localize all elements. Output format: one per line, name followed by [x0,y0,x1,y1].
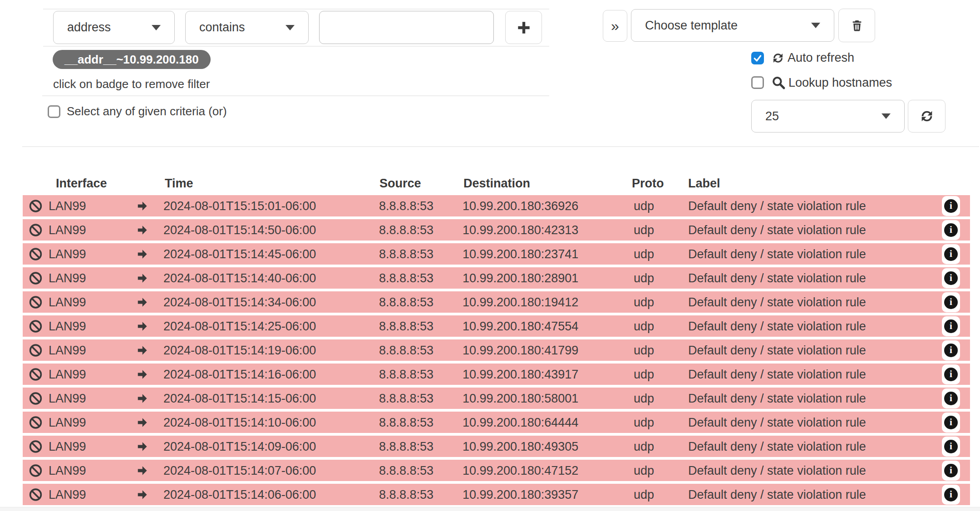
table-row[interactable]: LAN99 2024-08-01T15:14:45-06:00 8.8.8.8:… [23,243,970,265]
row-proto: udp [634,199,654,213]
table-row[interactable]: LAN99 2024-08-01T15:14:09-06:00 8.8.8.8:… [23,436,970,457]
row-label: Default deny / state violation rule [688,199,866,213]
info-button[interactable]: i [942,220,960,240]
row-label: Default deny / state violation rule [688,319,866,333]
filter-badge[interactable]: __addr__~10.99.200.180 [53,50,211,69]
arrow-right-icon [135,416,149,429]
row-destination: 10.99.200.180:58001 [463,391,578,405]
row-destination: 10.99.200.180:19412 [463,295,578,309]
row-source: 8.8.8.8:53 [379,319,433,333]
row-label: Default deny / state violation rule [688,343,866,357]
lookup-hostnames-row: Lookup hostnames [751,75,892,90]
block-icon [29,487,43,501]
info-button[interactable]: i [942,388,960,408]
row-interface: LAN99 [49,415,86,429]
row-interface: LAN99 [49,199,86,213]
log-rows: LAN99 2024-08-01T15:15:01-06:00 8.8.8.8:… [23,195,970,508]
info-button[interactable]: i [942,485,960,505]
info-button[interactable]: i [942,413,960,432]
or-criteria-row: Select any of given criteria (or) [48,104,227,118]
table-top-divider [22,146,979,147]
row-proto: udp [634,271,654,285]
block-icon [29,391,43,405]
table-row[interactable]: LAN99 2024-08-01T15:14:07-06:00 8.8.8.8:… [23,460,970,481]
block-icon [29,223,43,237]
caret-down-icon [152,25,161,30]
info-button[interactable]: i [942,196,960,216]
table-row[interactable]: LAN99 2024-08-01T15:14:10-06:00 8.8.8.8:… [23,412,970,433]
row-destination: 10.99.200.180:47152 [463,463,578,477]
row-source: 8.8.8.8:53 [379,391,433,405]
page-size-select[interactable]: 25 [751,100,905,133]
add-filter-button[interactable] [505,11,542,44]
block-icon [29,343,43,357]
badge-section-divider [42,95,549,96]
table-row[interactable]: LAN99 2024-08-01T15:15:01-06:00 8.8.8.8:… [23,195,970,216]
info-button[interactable]: i [942,244,960,264]
info-button[interactable]: i [942,268,960,288]
trash-icon [851,19,863,32]
info-icon: i [944,319,958,333]
block-icon [29,463,43,477]
row-proto: udp [634,247,654,261]
arrow-right-icon [135,319,149,333]
row-source: 8.8.8.8:53 [379,271,433,285]
row-proto: udp [634,439,654,453]
filter-operator-select[interactable]: contains [185,11,309,44]
table-row[interactable]: LAN99 2024-08-01T15:14:19-06:00 8.8.8.8:… [23,339,970,361]
info-button[interactable]: i [942,364,960,384]
filter-value-input[interactable] [319,11,494,44]
auto-refresh-checkbox[interactable] [751,52,764,64]
filter-operator-value: contains [199,20,245,34]
info-button[interactable]: i [942,437,960,457]
lookup-hostnames-checkbox[interactable] [751,76,764,89]
row-proto: udp [634,223,654,237]
row-source: 8.8.8.8:53 [379,367,433,381]
row-proto: udp [634,295,654,309]
info-icon: i [944,464,958,477]
row-interface: LAN99 [49,223,86,237]
refresh-icon [919,108,935,124]
filter-field-select[interactable]: address [53,11,175,44]
info-button[interactable]: i [942,316,960,336]
row-time: 2024-08-01T15:14:07-06:00 [163,463,316,477]
caret-down-icon [286,25,295,30]
block-icon [29,319,43,333]
auto-refresh-row: Auto refresh [751,51,854,65]
row-source: 8.8.8.8:53 [379,415,433,429]
arrow-right-icon [135,368,149,381]
row-source: 8.8.8.8:53 [379,199,433,213]
expand-templates-button[interactable]: » [603,10,627,42]
table-row[interactable]: LAN99 2024-08-01T15:14:15-06:00 8.8.8.8:… [23,388,970,409]
column-header-proto: Proto [632,177,664,191]
block-icon [29,199,43,213]
info-button[interactable]: i [942,461,960,481]
table-row[interactable]: LAN99 2024-08-01T15:14:50-06:00 8.8.8.8:… [23,219,970,241]
info-icon: i [944,223,958,237]
info-icon: i [944,344,958,357]
template-select-value: Choose template [645,19,738,33]
row-time: 2024-08-01T15:14:06-06:00 [163,487,316,501]
table-row[interactable]: LAN99 2024-08-01T15:14:16-06:00 8.8.8.8:… [23,364,970,385]
refresh-button[interactable] [908,100,946,133]
table-row[interactable]: LAN99 2024-08-01T15:14:34-06:00 8.8.8.8:… [23,291,970,313]
filter-field-value: address [67,20,111,34]
search-icon [771,75,786,90]
row-time: 2024-08-01T15:15:01-06:00 [163,199,316,213]
info-button[interactable]: i [942,292,960,312]
template-select[interactable]: Choose template [631,9,834,42]
row-proto: udp [634,463,654,477]
block-icon [29,367,43,381]
or-criteria-checkbox[interactable] [48,105,60,118]
info-icon: i [944,392,958,405]
row-time: 2024-08-01T15:14:25-06:00 [163,319,316,333]
block-icon [29,295,43,309]
delete-template-button[interactable] [838,9,875,42]
auto-refresh-label: Auto refresh [788,51,854,65]
table-row[interactable]: LAN99 2024-08-01T15:14:25-06:00 8.8.8.8:… [23,315,970,337]
table-row[interactable]: LAN99 2024-08-01T15:14:40-06:00 8.8.8.8:… [23,267,970,289]
info-icon: i [944,295,958,309]
info-button[interactable]: i [942,340,960,360]
row-label: Default deny / state violation rule [688,391,866,405]
table-row[interactable]: LAN99 2024-08-01T15:14:06-06:00 8.8.8.8:… [23,484,970,505]
